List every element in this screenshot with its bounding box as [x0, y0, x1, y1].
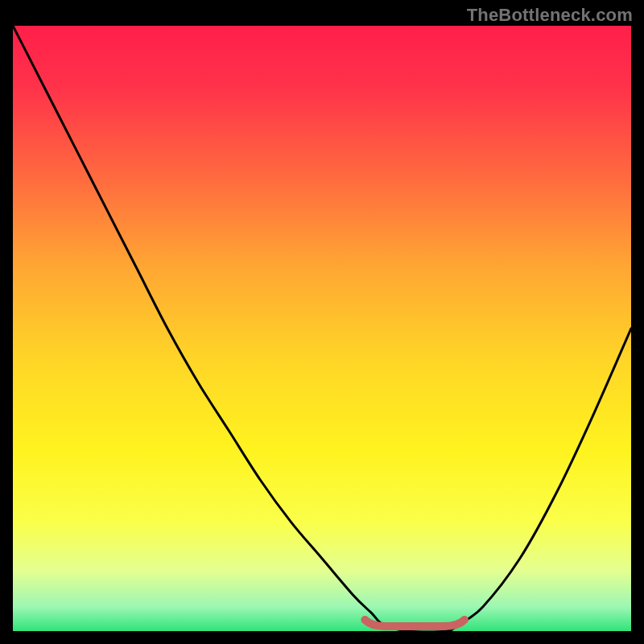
gradient-rect: [13, 26, 631, 631]
watermark-text: TheBottleneck.com: [467, 5, 633, 26]
chart-stage: TheBottleneck.com: [0, 0, 644, 644]
plot-svg: [13, 26, 631, 631]
plot-area: [13, 26, 631, 631]
